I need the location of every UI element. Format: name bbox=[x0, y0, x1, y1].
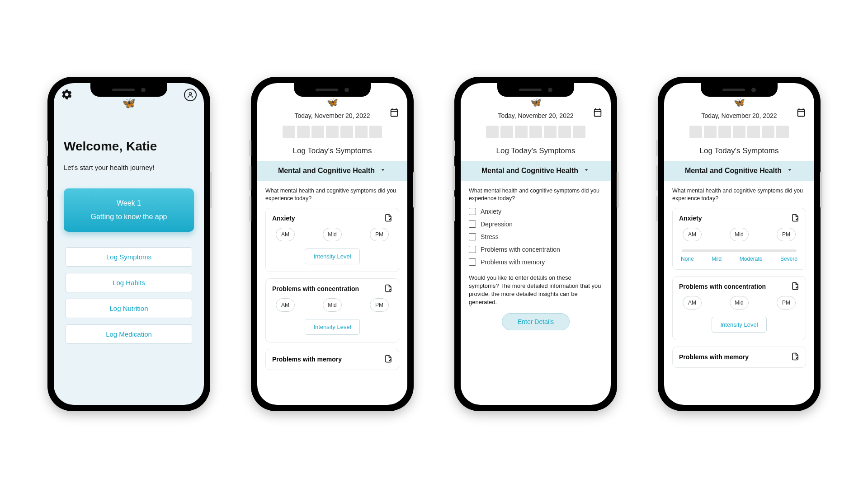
day-box[interactable] bbox=[762, 126, 774, 138]
time-mid-button[interactable]: Mid bbox=[730, 296, 749, 310]
current-date: Today, November 20, 2022 bbox=[701, 112, 777, 119]
time-pm-button[interactable]: PM bbox=[370, 228, 389, 241]
phone-mute-switch bbox=[46, 140, 48, 156]
symptom-name: Anxiety bbox=[679, 215, 702, 222]
calendar-icon[interactable] bbox=[593, 108, 603, 119]
intensity-mild[interactable]: Mild bbox=[712, 256, 722, 262]
edit-note-icon[interactable] bbox=[384, 214, 392, 223]
intensity-none[interactable]: None bbox=[681, 256, 694, 262]
time-mid-button[interactable]: Mid bbox=[730, 228, 749, 241]
symptom-name: Problems with memory bbox=[272, 356, 342, 363]
day-box[interactable] bbox=[558, 126, 571, 138]
log-page-title: Log Today's Symptoms bbox=[664, 146, 814, 155]
day-box[interactable] bbox=[733, 126, 745, 138]
time-am-button[interactable]: AM bbox=[683, 296, 702, 310]
intensity-level-button[interactable]: Intensity Level bbox=[305, 319, 359, 335]
day-box[interactable] bbox=[500, 126, 513, 138]
day-box[interactable] bbox=[369, 126, 382, 138]
edit-note-icon[interactable] bbox=[791, 352, 799, 362]
time-mid-button[interactable]: Mid bbox=[323, 228, 342, 241]
day-box[interactable] bbox=[486, 126, 499, 138]
edit-note-icon[interactable] bbox=[791, 214, 799, 223]
day-box[interactable] bbox=[283, 126, 295, 138]
time-mid-button[interactable]: Mid bbox=[323, 298, 342, 312]
calendar-icon[interactable] bbox=[796, 108, 806, 119]
intensity-level-button[interactable]: Intensity Level bbox=[305, 249, 359, 264]
day-box[interactable] bbox=[718, 126, 731, 138]
day-box[interactable] bbox=[776, 126, 789, 138]
day-box[interactable] bbox=[704, 126, 717, 138]
symptom-prompt: What mental health and cognitive symptom… bbox=[265, 187, 399, 202]
day-box[interactable] bbox=[297, 126, 310, 138]
butterfly-logo-icon: 🦋 bbox=[530, 97, 542, 108]
checkbox-concentration[interactable]: Problems with concentration bbox=[469, 246, 603, 253]
section-header-label: Mental and Cognitive Health bbox=[481, 167, 578, 175]
time-pm-button[interactable]: PM bbox=[370, 298, 389, 312]
week-description: Getting to know the app bbox=[72, 213, 186, 221]
phone-log-intensity-slider: 🦋 Today, November 20, 2022 Log Today's S… bbox=[658, 77, 821, 411]
day-box[interactable] bbox=[747, 126, 760, 138]
day-box[interactable] bbox=[340, 126, 353, 138]
phone-volume-down bbox=[656, 196, 658, 221]
time-am-button[interactable]: AM bbox=[276, 228, 295, 241]
week-card[interactable]: Week 1 Getting to know the app bbox=[64, 188, 194, 232]
butterfly-logo-icon: 🦋 bbox=[327, 97, 338, 108]
profile-icon[interactable] bbox=[184, 89, 197, 101]
symptom-card-anxiety: Anxiety AM Mid PM None Mild Mode bbox=[672, 208, 806, 270]
time-am-button[interactable]: AM bbox=[683, 228, 702, 241]
phone-mute-switch bbox=[656, 140, 658, 156]
section-header-mental[interactable]: Mental and Cognitive Health bbox=[461, 161, 611, 181]
gear-icon[interactable] bbox=[61, 89, 73, 102]
time-pm-button[interactable]: PM bbox=[777, 228, 796, 241]
day-box[interactable] bbox=[326, 126, 339, 138]
log-habits-button[interactable]: Log Habits bbox=[66, 273, 192, 292]
phone-log-checklist: 🦋 Today, November 20, 2022 Log Today's S… bbox=[454, 77, 617, 411]
edit-note-icon[interactable] bbox=[791, 282, 799, 291]
symptom-name: Anxiety bbox=[272, 215, 295, 222]
intensity-severe[interactable]: Severe bbox=[780, 256, 797, 262]
day-box[interactable] bbox=[689, 126, 702, 138]
log-medication-button[interactable]: Log Medication bbox=[66, 324, 192, 344]
phone-mute-switch bbox=[453, 140, 455, 156]
symptom-card-concentration: Problems with concentration AM Mid PM In… bbox=[672, 276, 806, 340]
day-box[interactable] bbox=[544, 126, 557, 138]
day-box[interactable] bbox=[515, 126, 528, 138]
time-pm-button[interactable]: PM bbox=[777, 296, 796, 310]
week-day-strip bbox=[257, 126, 407, 138]
checkbox-memory[interactable]: Problems with memory bbox=[469, 258, 603, 266]
week-title: Week 1 bbox=[72, 199, 186, 207]
phone-mute-switch bbox=[249, 140, 251, 156]
phone-volume-up bbox=[249, 165, 251, 191]
calendar-icon[interactable] bbox=[389, 108, 399, 119]
day-box[interactable] bbox=[311, 126, 324, 138]
symptom-name: Problems with memory bbox=[679, 353, 749, 361]
edit-note-icon[interactable] bbox=[384, 355, 392, 364]
log-symptoms-button[interactable]: Log Symptoms bbox=[66, 247, 192, 267]
day-box[interactable] bbox=[573, 126, 585, 138]
checkbox-depression[interactable]: Depression bbox=[469, 221, 603, 228]
section-header-mental[interactable]: Mental and Cognitive Health bbox=[664, 161, 814, 181]
symptom-card-memory-collapsed[interactable]: Problems with memory bbox=[265, 349, 399, 370]
day-box[interactable] bbox=[355, 126, 368, 138]
log-nutrition-button[interactable]: Log Nutrition bbox=[66, 299, 192, 318]
chevron-down-icon bbox=[583, 166, 590, 175]
day-box[interactable] bbox=[529, 126, 542, 138]
phone-volume-up bbox=[46, 165, 48, 191]
enter-details-prompt: Would you like to enter details on these… bbox=[469, 274, 603, 307]
symptom-card-memory-collapsed[interactable]: Problems with memory bbox=[672, 347, 806, 368]
checkbox-anxiety[interactable]: Anxiety bbox=[469, 208, 603, 215]
intensity-slider[interactable] bbox=[682, 249, 797, 252]
intensity-level-button[interactable]: Intensity Level bbox=[712, 317, 766, 333]
intensity-moderate[interactable]: Moderate bbox=[740, 256, 763, 262]
section-header-mental[interactable]: Mental and Cognitive Health bbox=[257, 161, 407, 181]
week-day-strip bbox=[664, 126, 814, 138]
welcome-heading: Welcome, Katie bbox=[64, 139, 194, 154]
checkbox-label: Anxiety bbox=[481, 208, 501, 215]
time-am-button[interactable]: AM bbox=[276, 298, 295, 312]
enter-details-button[interactable]: Enter Details bbox=[502, 313, 570, 330]
checkbox-stress[interactable]: Stress bbox=[469, 233, 603, 240]
edit-note-icon[interactable] bbox=[384, 284, 392, 294]
svg-point-0 bbox=[189, 93, 191, 95]
checkbox-label: Problems with concentration bbox=[481, 246, 560, 253]
phone-notch bbox=[701, 83, 778, 97]
